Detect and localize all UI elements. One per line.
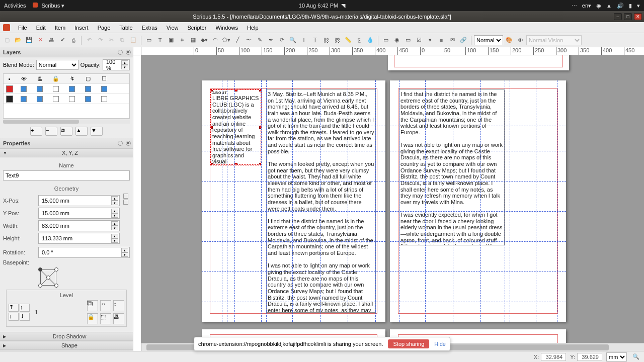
menu-page[interactable]: Page <box>94 24 115 32</box>
group-button[interactable]: ⿻ <box>87 300 98 311</box>
language-indicator[interactable]: en▾ <box>582 3 591 9</box>
layer-select-checkbox[interactable] <box>101 86 107 92</box>
line-tool[interactable]: ╱ <box>232 35 243 45</box>
eyedropper-tool[interactable]: 💧 <box>365 35 375 45</box>
layers-panel-shade-button[interactable] <box>118 50 123 55</box>
ruler-origin[interactable] <box>133 47 141 55</box>
layer-print-checkbox[interactable] <box>37 96 43 102</box>
new-doc-button[interactable]: ▢ <box>2 35 12 45</box>
network-icon[interactable]: ▲ <box>606 3 612 9</box>
layer-row[interactable] <box>4 94 129 104</box>
xyz-section-header[interactable]: ▼X, Y, Z <box>0 148 133 157</box>
vision-select[interactable]: Normal Vision <box>526 35 582 45</box>
menu-help[interactable]: Help <box>243 24 263 32</box>
calligraphy-tool[interactable]: ✒ <box>266 35 276 45</box>
zoom-tool[interactable]: 🔍 <box>288 35 298 45</box>
edit-text-tool[interactable]: T̲ <box>310 35 320 45</box>
vertical-ruler[interactable] <box>133 55 141 351</box>
appindicator-icon[interactable]: ⋯ <box>572 3 577 9</box>
pdf-combobox-tool[interactable]: ▾ <box>425 35 435 45</box>
level-up-button[interactable]: ↑ <box>20 304 30 312</box>
preflight-button[interactable]: ✔ <box>57 35 67 45</box>
save-doc-button[interactable]: 💾 <box>24 35 34 45</box>
layer-color-chip[interactable] <box>6 85 13 93</box>
layer-color-chip[interactable] <box>6 96 13 103</box>
horizontal-ruler[interactable]: 0501001502002503003504004500501001502002… <box>141 47 644 55</box>
redo-button[interactable]: ↷ <box>95 35 105 45</box>
link-frames-tool[interactable]: ⛓ <box>321 35 331 45</box>
battery-icon[interactable]: ▮ <box>629 3 632 9</box>
app-menu[interactable]: Scribus ▾ <box>33 3 64 9</box>
system-menu-arrow[interactable]: ▾ <box>637 3 640 9</box>
add-layer-button[interactable]: + <box>30 127 42 136</box>
menu-scripter[interactable]: Scripter <box>183 24 210 32</box>
page-prev-right[interactable] <box>388 55 569 70</box>
menu-extras[interactable]: Extras <box>138 24 162 32</box>
lock-button[interactable]: 🔒 <box>87 313 98 324</box>
noprint-button[interactable]: 🖶 <box>113 313 124 324</box>
open-doc-button[interactable]: 📂 <box>13 35 23 45</box>
arc-tool[interactable]: ◠ <box>210 35 220 45</box>
height-spinner[interactable]: 113.333 mm▴▾ <box>38 233 120 244</box>
layers-panel-close-button[interactable]: ✕ <box>126 50 131 55</box>
object-name-input[interactable] <box>3 170 130 180</box>
layer-outline-checkbox[interactable] <box>85 86 91 92</box>
edit-contents-tool[interactable]: I <box>299 35 309 45</box>
preview-mode-select[interactable]: Normal <box>474 35 503 45</box>
layer-visible-checkbox[interactable] <box>21 96 27 102</box>
copy-props-tool[interactable]: ⎘ <box>354 35 364 45</box>
page-right[interactable]: I find that the district he named is in … <box>390 80 566 322</box>
layers-panel-title[interactable]: Layers ✕ <box>0 47 133 57</box>
layer-lock-checkbox[interactable] <box>53 96 59 102</box>
level-top-button[interactable]: ⤒ <box>9 304 19 312</box>
rotate-tool[interactable]: ⟳ <box>277 35 287 45</box>
remove-layer-button[interactable]: − <box>45 127 57 136</box>
polygon-tool[interactable]: ⬠▾ <box>221 35 231 45</box>
toggle-cms-button[interactable]: 🎨 <box>504 35 514 45</box>
image-frame-tool[interactable]: ▣ <box>166 35 176 45</box>
layers-hscroll[interactable] <box>3 120 130 124</box>
undo-button[interactable]: ↶ <box>84 35 94 45</box>
bezier-tool[interactable]: 〜 <box>244 35 254 45</box>
copy-button[interactable]: ⧉ <box>117 35 127 45</box>
render-frame-tool[interactable]: ⌗ <box>177 35 187 45</box>
volume-icon[interactable]: 🔊 <box>617 3 624 9</box>
layer-outline-checkbox[interactable] <box>85 96 91 102</box>
menu-view[interactable]: View <box>163 24 183 32</box>
opacity-spinner[interactable]: 100 %▴▾ <box>103 59 130 70</box>
layer-lock-checkbox[interactable] <box>53 86 59 92</box>
export-pdf-button[interactable]: ⎙ <box>68 35 78 45</box>
paste-button[interactable]: 📋 <box>128 35 138 45</box>
shape-tool[interactable]: ◆▾ <box>199 35 209 45</box>
preview-button[interactable]: 👁 <box>515 35 525 45</box>
menu-windows[interactable]: Windows <box>211 24 242 32</box>
layer-flow-checkbox[interactable] <box>69 86 75 92</box>
duplicate-layer-button[interactable]: ⧉ <box>60 127 72 136</box>
accessibility-icon[interactable]: ◉ <box>596 3 601 9</box>
level-bottom-button[interactable]: ⤓ <box>20 313 30 321</box>
menu-file[interactable]: File <box>14 24 31 32</box>
notification-icon[interactable]: ◥ <box>341 3 345 9</box>
layer-print-checkbox[interactable] <box>37 86 43 92</box>
pdf-checkbox-tool[interactable]: ☑ <box>414 35 424 45</box>
unlink-frames-tool[interactable]: ⛓̸ <box>332 35 342 45</box>
window-minimize-button[interactable]: – <box>614 13 622 20</box>
properties-panel-shade-button[interactable] <box>118 141 123 146</box>
cut-button[interactable]: ✂ <box>106 35 116 45</box>
fliph-button[interactable]: ↔ <box>100 300 111 311</box>
menu-table[interactable]: Table <box>115 24 136 32</box>
lower-layer-button[interactable]: ▼ <box>91 127 103 136</box>
ypos-spinner[interactable]: 15.000 mm▴▾ <box>38 208 120 219</box>
drop-shadow-section[interactable]: ▶Drop Shadow <box>0 332 133 341</box>
stop-sharing-button[interactable]: Stop sharing <box>388 339 430 348</box>
raise-layer-button[interactable]: ▲ <box>75 127 88 136</box>
pdf-listbox-tool[interactable]: ≡ <box>436 35 446 45</box>
select-tool[interactable]: ▭ <box>144 35 154 45</box>
link-wh-toggle[interactable] <box>122 194 130 245</box>
basepoint-selector[interactable] <box>38 267 58 288</box>
table-tool[interactable]: ▦ <box>188 35 198 45</box>
clock[interactable]: 10 Aug 6:42 PM <box>299 3 338 9</box>
text-frame-col2[interactable]: I find that the district he named is in … <box>399 89 505 245</box>
xpos-spinner[interactable]: 15.000 mm▴▾ <box>38 195 120 206</box>
freehand-tool[interactable]: ✎ <box>255 35 265 45</box>
